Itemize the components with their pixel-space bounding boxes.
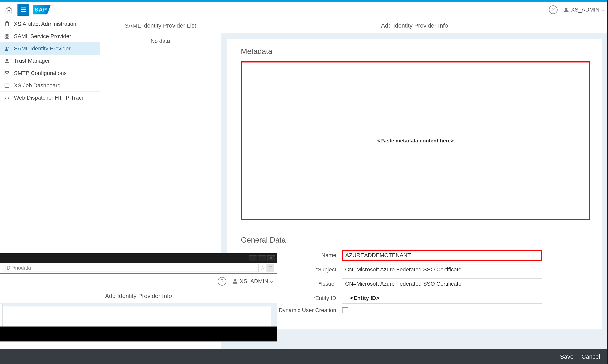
sidebar-item-label: SMTP Configurations — [14, 70, 67, 76]
user-check-icon — [4, 45, 10, 52]
window-minimize-button[interactable]: ─ — [249, 255, 257, 261]
url-text: IDP/nodata — [5, 265, 31, 271]
svg-rect-6 — [5, 34, 7, 36]
svg-point-10 — [6, 47, 7, 48]
sidebar-item-xs-artifact[interactable]: XS Artifact Administration — [0, 18, 100, 30]
general-data-section: General Data Name: *Subject: *Issuer: — [241, 236, 590, 313]
overlay-content — [3, 306, 277, 326]
metadata-section-title: Metadata — [241, 47, 590, 56]
row-dynamic: Dynamic User Creation: — [241, 307, 590, 313]
svg-rect-8 — [5, 37, 7, 38]
row-entity: *Entity ID: — [241, 293, 590, 303]
footer-bar: Save Cancel — [0, 349, 608, 364]
user-icon — [564, 7, 569, 13]
entity-input[interactable] — [342, 293, 542, 303]
main-panel: Add Identity Provider Info Metadata <Pas… — [221, 18, 608, 349]
form-card: Metadata <Paste metadata content here> G… — [227, 39, 602, 329]
sidebar-item-xs-job[interactable]: XS Job Dashboard — [0, 79, 100, 92]
user-menu[interactable]: XS_ADMIN ⌵ — [564, 7, 604, 13]
main-body: Metadata <Paste metadata content here> G… — [221, 33, 608, 349]
clipboard-icon — [4, 21, 10, 27]
svg-rect-13 — [5, 84, 9, 88]
arrows-icon — [4, 94, 10, 101]
sidebar-item-label: Web Dispatcher HTTP Traci — [14, 95, 83, 101]
svg-rect-7 — [7, 34, 9, 36]
provider-list-title: SAML Identity Provider List — [100, 18, 221, 33]
calendar-icon — [4, 82, 10, 89]
bookmark-button[interactable]: ☆ — [258, 265, 267, 271]
overlay-app-header: ? XS_ADMIN ⌵ — [0, 274, 277, 288]
dynamic-checkbox[interactable] — [342, 307, 348, 313]
mail-icon — [4, 70, 10, 77]
user-icon — [232, 278, 238, 284]
issuer-input[interactable] — [342, 278, 542, 289]
provider-list-empty: No data — [100, 33, 221, 49]
header-right: ? XS_ADMIN ⌵ — [549, 5, 604, 14]
svg-rect-12 — [5, 71, 9, 75]
app-header: SAP ? XS_ADMIN ⌵ — [0, 1, 608, 18]
sidebar-item-label: SAML Service Provider — [14, 33, 71, 39]
window-titlebar: ─ □ ✕ — [0, 253, 277, 263]
overlay-footer — [0, 326, 277, 341]
window-maximize-button[interactable]: □ — [258, 255, 266, 261]
home-icon — [5, 6, 13, 14]
hamburger-icon — [20, 6, 27, 13]
save-button[interactable]: Save — [560, 353, 573, 360]
sidebar-item-saml-sp[interactable]: SAML Service Provider — [0, 30, 100, 42]
user-icon — [4, 58, 10, 64]
svg-point-3 — [565, 8, 567, 10]
window-close-button[interactable]: ✕ — [267, 255, 275, 261]
row-subject: *Subject: — [241, 264, 590, 275]
secondary-window: ─ □ ✕ IDP/nodata ☆ ? XS_ADMIN ⌵ Add Iden… — [0, 253, 277, 342]
sidebar-item-label: SAML Identity Provider — [14, 45, 70, 52]
row-issuer: *Issuer: — [241, 278, 590, 289]
help-button[interactable]: ? — [549, 5, 558, 14]
menu-button[interactable] — [17, 4, 29, 16]
general-section-title: General Data — [241, 236, 590, 244]
svg-point-20 — [234, 279, 236, 282]
row-name: Name: — [241, 250, 590, 261]
overlay-side-slice — [0, 304, 3, 326]
overlay-panel-title: Add Identity Provider Info — [0, 288, 277, 304]
question-icon: ? — [552, 7, 555, 13]
cancel-button[interactable]: Cancel — [581, 353, 600, 360]
svg-point-11 — [6, 59, 8, 61]
subject-input[interactable] — [342, 264, 542, 275]
home-button[interactable] — [4, 5, 14, 15]
sidebar-item-saml-idp[interactable]: SAML Identity Provider — [0, 42, 100, 55]
name-input[interactable] — [342, 250, 542, 261]
overlay-user-menu[interactable]: XS_ADMIN ⌵ — [232, 278, 273, 285]
metadata-textarea[interactable]: <Paste metadata content here> — [241, 61, 590, 220]
sidebar-item-label: XS Job Dashboard — [14, 82, 61, 89]
header-left: SAP — [4, 4, 51, 16]
svg-rect-9 — [7, 37, 9, 38]
overlay-body — [0, 304, 277, 326]
browser-menu-button[interactable] — [267, 264, 274, 272]
sap-logo: SAP — [33, 5, 51, 14]
user-name-label: XS_ADMIN — [571, 7, 599, 13]
sidebar-item-trust-manager[interactable]: Trust Manager — [0, 55, 100, 67]
sidebar-item-label: XS Artifact Administration — [14, 21, 76, 27]
main-panel-title: Add Identity Provider Info — [221, 18, 608, 33]
chevron-down-icon: ⌵ — [270, 279, 273, 284]
question-icon: ? — [220, 278, 224, 285]
sidebar-item-label: Trust Manager — [14, 58, 50, 64]
right-frame-border — [607, 0, 608, 364]
top-accent-bar — [0, 0, 608, 1]
browser-url-bar: IDP/nodata ☆ — [0, 263, 277, 274]
url-address-input[interactable]: IDP/nodata — [3, 264, 258, 272]
overlay-user-label: XS_ADMIN — [240, 278, 268, 285]
sidebar-item-smtp[interactable]: SMTP Configurations — [0, 67, 100, 79]
grid-icon — [4, 33, 10, 40]
overlay-help-button[interactable]: ? — [218, 277, 226, 286]
metadata-placeholder: <Paste metadata content here> — [377, 138, 454, 144]
sidebar-item-web-dispatcher[interactable]: Web Dispatcher HTTP Traci — [0, 92, 100, 104]
chevron-down-icon: ⌵ — [601, 7, 604, 12]
hamburger-icon — [268, 266, 273, 270]
